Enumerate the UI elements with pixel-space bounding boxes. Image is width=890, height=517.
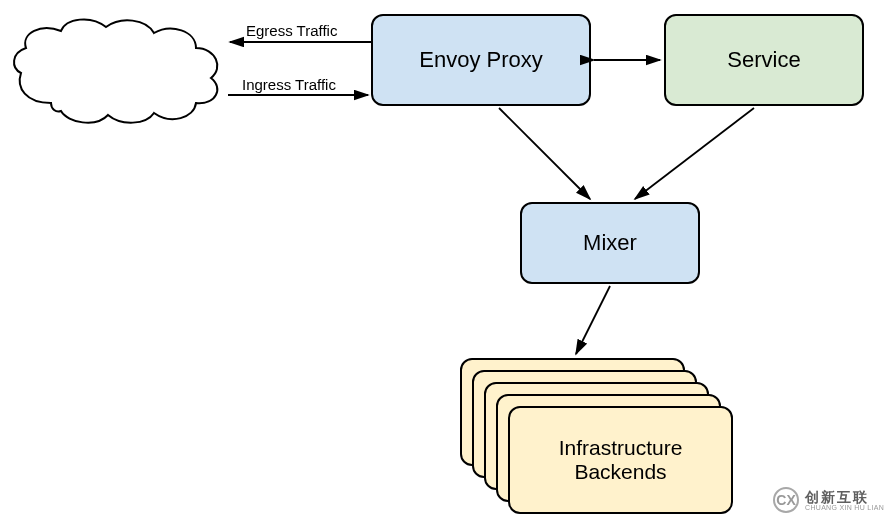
infrastructure-backends-node: Infrastructure Backends <box>508 406 733 514</box>
watermark-logo-icon: CX <box>773 487 799 513</box>
egress-traffic-label: Egress Traffic <box>246 22 337 39</box>
mixer-node: Mixer <box>520 202 700 284</box>
svg-line-3 <box>499 108 590 199</box>
watermark-en: CHUANG XIN HU LIAN <box>805 504 884 511</box>
cloud-icon <box>6 8 231 136</box>
watermark-text: 创新互联 CHUANG XIN HU LIAN <box>805 490 884 511</box>
envoy-proxy-node: Envoy Proxy <box>371 14 591 106</box>
watermark-cn: 创新互联 <box>805 490 884 504</box>
service-node: Service <box>664 14 864 106</box>
backends-label-1: Infrastructure <box>559 436 683 460</box>
backends-label-2: Backends <box>574 460 666 484</box>
ingress-traffic-label: Ingress Traffic <box>242 76 336 93</box>
svg-line-5 <box>576 286 610 354</box>
watermark: CX 创新互联 CHUANG XIN HU LIAN <box>773 487 884 513</box>
mixer-label: Mixer <box>583 230 637 256</box>
envoy-proxy-label: Envoy Proxy <box>419 47 543 73</box>
svg-line-4 <box>635 108 754 199</box>
service-label: Service <box>727 47 800 73</box>
